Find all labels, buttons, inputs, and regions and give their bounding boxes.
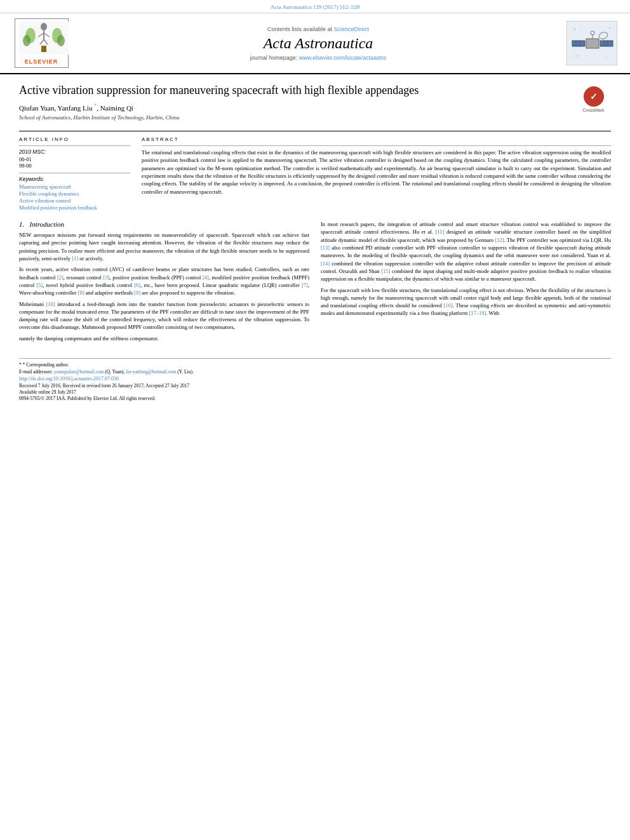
body-para-r1: In most research papers, the integration… [321, 220, 611, 283]
body-para-r2: For the spacecraft with low flexible str… [321, 286, 611, 317]
journal-citation-bar: Acta Astronautica 139 (2017) 512–520 [0, 0, 630, 13]
journal-title: Acta Astronautica [83, 35, 554, 52]
svg-point-27 [606, 57, 607, 58]
ref-3[interactable]: [3] [104, 274, 110, 281]
email1-link[interactable]: yuanqiufan@hotmail.com [54, 369, 104, 375]
ref-17-19[interactable]: [17–19] [469, 310, 486, 316]
abstract-text: The rotational and translational couplin… [142, 149, 611, 196]
journal-center-header: Contents lists available at ScienceDirec… [76, 26, 560, 61]
ref-12[interactable]: [12] [495, 237, 504, 243]
elsevier-brand-text: ELSEVIER [19, 58, 64, 65]
email1-note: (Q. Yuan), [105, 369, 124, 375]
section1-title: 1. Introduction [19, 220, 309, 228]
corresponding-note: * * Corresponding author. [19, 362, 611, 368]
section1-title-text: Introduction [30, 220, 65, 228]
satellite-icon [568, 23, 616, 64]
title-divider [19, 131, 611, 131]
svg-point-28 [577, 55, 579, 57]
contents-available-line: Contents lists available at ScienceDirec… [83, 26, 554, 32]
copyright-line: 0094-5765/© 2017 IAA. Published by Elsev… [19, 396, 611, 401]
ref-5[interactable]: [5] [36, 282, 43, 288]
ref-7[interactable]: [7] [302, 282, 308, 288]
section1-number: 1. [19, 220, 24, 228]
corresponding-text: * Corresponding author. [23, 362, 69, 368]
affiliation: School of Astronautics, Harbin Institute… [19, 114, 568, 121]
svg-rect-14 [572, 41, 585, 46]
svg-point-9 [23, 35, 30, 46]
author-qi: Naiming Qi [100, 104, 133, 112]
crossmark-icon: ✓ [584, 86, 604, 107]
email2-note: (Y. Liu). [177, 369, 194, 375]
article-title-text: Active vibration suppression for maneuve… [19, 83, 568, 126]
doi-text: http://dx.doi.org/10.1016/j.actaastro.20… [19, 376, 119, 382]
ref-11[interactable]: [11] [435, 229, 444, 235]
article-info-col: ARTICLE INFO 2010 MSC: 00-01 99-00 Keywo… [19, 137, 130, 211]
ref-10[interactable]: [10] [46, 301, 55, 307]
received-line: Received 7 July 2016; Received in revise… [19, 383, 611, 389]
article-content: Active vibration suppression for maneuve… [0, 74, 630, 352]
crossmark-badge[interactable]: ✓ CrossMark [576, 86, 611, 112]
elsevier-tree-icon [19, 22, 69, 55]
svg-point-24 [574, 29, 575, 30]
abstract-col: ABSTRACT The rotational and translationa… [142, 137, 611, 211]
author-yuan: Qiufan Yuan, [19, 104, 58, 112]
available-line: Available online 29 July 2017 [19, 389, 611, 395]
body-left-col: 1. Introduction NEW aerospace missions p… [19, 220, 309, 345]
doi-line[interactable]: http://dx.doi.org/10.1016/j.actaastro.20… [19, 376, 611, 382]
svg-rect-11 [41, 46, 46, 52]
ref-1[interactable]: [1] [72, 255, 78, 262]
ref-6[interactable]: [6] [134, 282, 140, 288]
info-divider [19, 145, 130, 146]
ref-15[interactable]: [15] [381, 268, 390, 274]
svg-point-26 [609, 27, 610, 29]
journal-right-logo [566, 21, 617, 65]
journal-header: ELSEVIER Contents lists available at Sci… [0, 13, 630, 74]
email2-link[interactable]: liu-yanfang@hotmail.com [126, 369, 176, 375]
ref-4[interactable]: [4] [203, 274, 209, 281]
elsevier-logo: ELSEVIER [13, 18, 70, 68]
keyword-4: Modified positive position feedback [19, 204, 130, 211]
section1-label [26, 220, 28, 228]
msc-label: 2010 MSC: [19, 149, 130, 155]
footer-section: * * Corresponding author. E-mail address… [19, 358, 611, 401]
abstract-header: ABSTRACT [142, 137, 611, 142]
ref-9[interactable]: [9] [134, 290, 140, 296]
ref-13[interactable]: [13] [321, 244, 330, 251]
svg-point-10 [57, 35, 65, 46]
body-para-3-cont: namely the damping compensator and the s… [19, 335, 309, 342]
sciencedirect-link[interactable]: ScienceDirect [334, 26, 370, 32]
crossmark-label: CrossMark [583, 108, 605, 112]
body-two-col: 1. Introduction NEW aerospace missions p… [19, 220, 611, 345]
email-label: E-mail addresses: [19, 369, 53, 375]
keyword-1: Maneuvering spacecraft [19, 183, 130, 190]
svg-point-25 [580, 25, 582, 27]
authors-line: Qiufan Yuan, Yanfang Liu *, Naiming Qi [19, 103, 568, 112]
ref-8[interactable]: [8] [78, 290, 84, 296]
keywords-label: Keywords: [19, 176, 130, 182]
page: Acta Astronautica 139 (2017) 512–520 [0, 0, 630, 840]
article-info-header: ARTICLE INFO [19, 137, 130, 142]
svg-rect-13 [586, 39, 599, 48]
homepage-link[interactable]: www.elsevier.com/locate/actaastro [299, 55, 387, 61]
article-title: Active vibration suppression for maneuve… [19, 83, 568, 98]
body-section: 1. Introduction NEW aerospace missions p… [19, 220, 611, 345]
keyword-2: Flexible coupling dynamics [19, 190, 130, 197]
abstract-divider [142, 145, 611, 146]
body-para-3: Moheimani [10] introduced a feed-through… [19, 300, 309, 331]
keyword-3: Active vibration control [19, 197, 130, 204]
msc-codes: 00-01 99-00 [19, 156, 130, 169]
body-para-1: NEW aerospace missions put forward stron… [19, 231, 309, 262]
ref-14[interactable]: [14] [321, 260, 330, 267]
journal-citation: Acta Astronautica 139 (2017) 512–520 [271, 4, 359, 10]
article-title-section: Active vibration suppression for maneuve… [19, 83, 611, 126]
body-right-col: In most research papers, the integration… [321, 220, 611, 345]
ref-16[interactable]: [16] [444, 302, 453, 309]
author-liu: Yanfang Liu *, [58, 104, 100, 112]
keywords-divider [19, 173, 130, 173]
homepage-line: journal homepage: www.elsevier.com/locat… [83, 55, 554, 61]
body-para-2: In recent years, active vibration contro… [19, 265, 309, 297]
email-line: E-mail addresses: yuanqiufan@hotmail.com… [19, 369, 611, 375]
svg-point-1 [41, 23, 47, 30]
ref-2[interactable]: [2] [57, 274, 64, 281]
article-meta-section: ARTICLE INFO 2010 MSC: 00-01 99-00 Keywo… [19, 137, 611, 211]
